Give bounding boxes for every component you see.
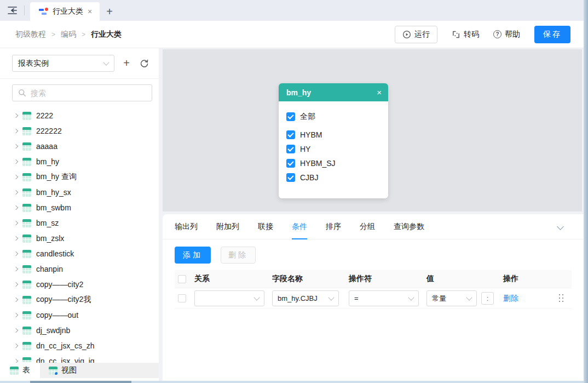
table-tree: 2222 222222 aaaaa bm_hy bm_hy 查询 bm_hy_s…	[0, 106, 159, 363]
tree-item-label: bm_sz	[36, 219, 59, 227]
field-label: CJBJ	[300, 173, 318, 182]
window-vertical-scrollbar[interactable]	[584, 0, 588, 383]
tree-item[interactable]: bm_sz	[0, 215, 159, 231]
tab-grouping[interactable]: 分组	[360, 214, 375, 239]
chevron-down-icon	[253, 294, 260, 300]
checkbox-checked-icon[interactable]	[286, 159, 295, 168]
table-icon	[22, 204, 31, 212]
checkbox-checked-icon[interactable]	[286, 130, 295, 139]
tab-output-columns[interactable]: 输出列	[175, 214, 198, 239]
tab-sorting[interactable]: 排序	[326, 214, 341, 239]
tree-item[interactable]: copy——city2	[0, 277, 159, 292]
tree-item-label: bm_zslx	[36, 234, 64, 243]
query-canvas[interactable]: bm_hy × 全部 HYBM HY HYBM_SJ CJBJ	[163, 49, 582, 211]
tree-item[interactable]: 2222	[0, 108, 159, 123]
search-box[interactable]	[12, 84, 152, 101]
tree-item[interactable]: candlestick	[0, 246, 159, 261]
run-label: 运行	[414, 30, 430, 39]
tree-item[interactable]: 222222	[0, 123, 159, 139]
close-node-icon[interactable]: ×	[377, 88, 382, 96]
checkbox-checked-icon[interactable]	[286, 173, 295, 182]
save-button[interactable]: 保存	[534, 26, 570, 43]
field-row[interactable]: 全部	[286, 111, 381, 122]
tree-item[interactable]: dj_swdjnb	[0, 323, 159, 338]
tree-item[interactable]: bm_swbm	[0, 200, 159, 215]
field-label: HYBM_SJ	[300, 159, 336, 168]
run-button[interactable]: 运行	[395, 26, 437, 43]
collapse-sidebar-button[interactable]	[0, 0, 24, 21]
refresh-button[interactable]	[139, 58, 150, 70]
breadcrumb-item[interactable]: 编码	[61, 30, 76, 39]
expression-button[interactable]: :	[481, 292, 494, 305]
table-icon	[22, 158, 31, 166]
breadcrumb: 初级教程 > 编码 > 行业大类	[15, 30, 122, 39]
field-row[interactable]: HY	[286, 144, 381, 155]
table-node-header[interactable]: bm_hy ×	[279, 83, 388, 101]
relation-select[interactable]	[194, 290, 264, 306]
tree-item[interactable]: bm_hy_sx	[0, 185, 159, 200]
field-select[interactable]: bm_hy.CJBJ	[272, 290, 339, 306]
operator-select[interactable]: =	[349, 290, 419, 306]
tree-item[interactable]: aaaaa	[0, 139, 159, 154]
tree-item-label: dj_swdjnb	[36, 326, 70, 335]
add-tab-button[interactable]: +	[100, 2, 119, 21]
transcode-button[interactable]: 转码	[452, 30, 479, 39]
row-checkbox[interactable]	[178, 294, 186, 302]
tree-item[interactable]: bm_hy	[0, 154, 159, 169]
collapse-icon	[7, 6, 18, 15]
add-instance-button[interactable]: +	[121, 58, 132, 70]
select-all-checkbox[interactable]	[178, 275, 186, 283]
search-input[interactable]	[31, 89, 146, 98]
tree-item-label: copy——out	[36, 311, 78, 319]
checkbox-checked-icon[interactable]	[286, 145, 295, 153]
conditions-table-header: 关系 字段名称 操作符 值 操作	[175, 270, 572, 288]
tab-extra-columns[interactable]: 附加列	[216, 214, 239, 239]
checkbox-checked-icon[interactable]	[286, 112, 295, 121]
scrollbar-thumb[interactable]	[30, 381, 131, 383]
help-button[interactable]: ? 帮助	[493, 30, 520, 39]
delete-row-link[interactable]: 删除	[503, 294, 518, 302]
tree-item-label: candlestick	[36, 249, 74, 258]
tab-query-params[interactable]: 查询参数	[394, 214, 424, 239]
window-horizontal-scrollbar[interactable]	[0, 381, 584, 383]
tree-item-label: aaaaa	[36, 142, 57, 151]
sidebar-bottom-tabs: 表 视图	[0, 363, 159, 378]
drag-handle-icon[interactable]	[559, 294, 564, 303]
field-row[interactable]: CJBJ	[286, 172, 381, 183]
query-settings-panel: 输出列 附加列 联接 条件 排序 分组 查询参数 添加 删除 关系 字段名称 操…	[163, 214, 584, 381]
tree-item[interactable]: dn_cc_jsx_yjg_jg	[0, 353, 159, 363]
chevron-down-icon	[328, 294, 334, 300]
close-tab-icon[interactable]: ×	[88, 8, 92, 15]
document-tab[interactable]: 行业大类 ×	[30, 2, 100, 21]
delete-condition-button[interactable]: 删除	[221, 247, 256, 264]
tree-item[interactable]: dn_cc_jsx_cs_zh	[0, 338, 159, 353]
tree-item-label: chanpin	[36, 265, 63, 273]
tree-item-label: dn_cc_jsx_cs_zh	[36, 341, 95, 350]
table-node-card[interactable]: bm_hy × 全部 HYBM HY HYBM_SJ CJBJ	[279, 83, 388, 198]
tab-views[interactable]: 视图	[40, 363, 85, 378]
tree-item-label: bm_hy_sx	[36, 188, 71, 197]
chevron-down-icon	[103, 59, 109, 65]
tree-item[interactable]: bm_hy 查询	[0, 169, 159, 185]
field-row[interactable]: HYBM	[286, 129, 381, 140]
breadcrumb-item[interactable]: 初级教程	[15, 30, 46, 39]
table-icon	[22, 296, 31, 304]
chevron-right-icon	[14, 205, 18, 210]
document-tab-title: 行业大类	[53, 7, 83, 16]
tree-item[interactable]: chanpin	[0, 261, 159, 277]
tree-item[interactable]: copy——out	[0, 307, 159, 323]
breadcrumb-separator: >	[82, 31, 85, 38]
value-type-select[interactable]: 常量	[426, 290, 477, 306]
collapse-panel-icon[interactable]	[557, 223, 564, 230]
tab-tables-label: 表	[22, 365, 30, 375]
tab-tables[interactable]: 表	[0, 363, 40, 378]
tree-item[interactable]: bm_zslx	[0, 231, 159, 246]
tree-item[interactable]: copy——city2我	[0, 292, 159, 307]
table-icon	[22, 342, 31, 350]
field-row[interactable]: HYBM_SJ	[286, 158, 381, 169]
add-condition-button[interactable]: 添加	[175, 247, 211, 264]
transcode-icon	[452, 30, 460, 39]
tab-conditions[interactable]: 条件	[292, 214, 307, 239]
tab-joins[interactable]: 联接	[258, 214, 273, 239]
instance-select[interactable]: 报表实例	[12, 55, 114, 72]
